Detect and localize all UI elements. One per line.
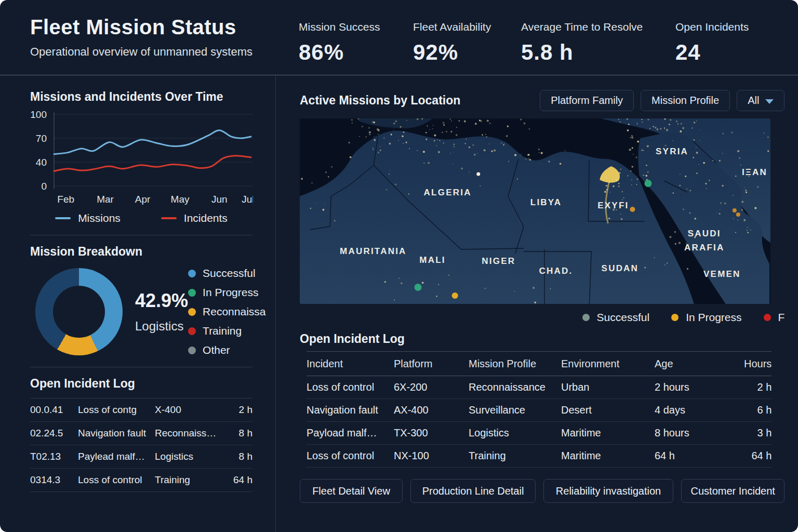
kpi-value: 86% [299,40,413,65]
cell-age: 8 hours [655,427,744,439]
column-header: Mission Profile [469,358,561,370]
legend-label: Training [203,325,242,337]
night-satellite-map: ALGERIAMAURITANIAMALINIGERLIBYACHAD.SUDA… [300,118,770,304]
kpi-mission-success: Mission Success 86% [299,21,413,65]
breakdown-legend: Successful In Progress Reconnaissa Train… [188,267,265,356]
mission-marker[interactable] [644,180,651,187]
column-header: Environment [561,358,655,370]
legend-dot [188,308,196,316]
platform-family-filter-button[interactable]: Platform Family [540,90,634,111]
legend-dot [582,314,590,321]
cell-hours: 2 h [744,381,772,393]
map-country-label: MALI [419,255,445,265]
mission-marker[interactable] [733,208,737,212]
table-row: Navigation fault AX-400 Surveillance Des… [307,399,772,422]
incident-profile: Reconnaiss… [155,428,222,439]
incident-hours: 2 h [222,404,252,416]
map-country-label: ARAFIA [684,243,725,252]
missions-incidents-line-chart: 04070100FebMarAprMayJunJul [30,109,253,208]
cell-profile: Training [469,450,561,462]
incident-id: 0314.3 [30,474,78,486]
column-header: Platform [394,358,469,370]
cell-hours: 3 h [744,427,772,439]
incident-profile: Training [155,474,222,486]
kpi-label: Fleet Availability [413,21,521,33]
svg-text:Feb: Feb [57,194,74,205]
incident-desc: Loss of contg [78,404,155,416]
fleet-detail-view-button[interactable]: Fleet Detail View [300,479,403,503]
customer-incident-button[interactable]: Customer Incident [681,479,784,503]
legend-dot [188,289,196,297]
mission-breakdown-title: Mission Breakdown [30,245,252,259]
table-row: T02.13 Paylead malf… Logistics 8 h [30,445,252,469]
mission-marker[interactable] [630,207,635,212]
incident-desc: Loss of control [78,474,155,486]
map-country-label: MAURITANIA [340,246,407,256]
map-legend: Successful In Progress F [300,311,784,324]
svg-text:40: 40 [36,157,47,168]
mission-marker[interactable] [736,212,740,217]
mission-marker[interactable] [414,284,421,291]
reliability-investigation-button[interactable]: Reliability invastigation [543,479,673,503]
header: Fleet Mission Status Operational overvie… [0,0,798,75]
mission-breakdown-panel: 42.9% Logistics Successful In Progress R… [30,267,252,356]
map-legend-successful: Successful [582,311,650,324]
donut-label: Logistics [135,319,188,334]
kpi-label: Average Time to Resolve [521,21,675,33]
mission-marker[interactable] [452,292,458,299]
breakdown-legend-item: Reconnaissa [188,305,265,318]
section-divider [30,235,252,235]
incident-hours: 64 h [222,474,252,486]
map-legend-failed-clipped: F [764,311,785,324]
table-row: Payload malf… TX-300 Logistics Maritime … [307,422,772,445]
column-header: Age [655,358,744,370]
legend-dot [188,327,196,335]
legend-label: Reconnaissa [203,305,265,318]
legend-label: Incidents [184,212,228,224]
svg-text:Jul: Jul [242,194,253,205]
cell-age: 4 days [655,404,744,416]
mission-profile-filter-button[interactable]: Mission Profile [641,90,730,111]
kpi-strip: Mission Success 86% Fleet Availability 9… [299,21,777,65]
legend-label: F [778,311,785,324]
open-incident-log-table: Incident Platform Mission Profile Enviro… [300,351,784,468]
footer-actions: Fleet Detail View Production Line Detail… [300,479,784,503]
kpi-avg-time-to-resolve: Average Time to Resolve 5.8 h [521,21,675,65]
kpi-value: 5.8 h [521,40,675,65]
incident-desc: Paylead malf… [78,451,155,462]
incident-table-title: Open Incident Log [300,332,784,346]
map-country-label: EXYFI [597,201,629,210]
svg-text:Mar: Mar [97,194,114,205]
legend-dot [671,314,679,321]
map-panel-header: Active Missions by Location Platform Fam… [300,90,784,111]
mission-marker[interactable] [476,172,480,176]
map-country-label: SUDAN [602,263,639,273]
page-title: Fleet Mission Status [30,16,299,39]
missions-line-swatch [55,217,71,219]
breakdown-legend-item: Training [188,325,265,337]
cell-profile: Reconnaissance [469,381,561,393]
incident-profile: X-400 [155,404,222,416]
legend-label: Successful [597,311,650,324]
cell-incident: Loss of control [307,381,394,393]
production-line-detail-button[interactable]: Production Line Detail [410,479,536,503]
breakdown-legend-item: Successful [188,267,265,280]
left-incident-log-table: 00.0.41 Loss of contg X-400 2 h 02.24.5 … [30,398,252,492]
header-title-block: Fleet Mission Status Operational overvie… [30,14,299,59]
incident-desc: Navigation fault [78,428,155,439]
breakdown-legend-item: In Progress [188,286,265,299]
chevron-down-icon [765,99,774,104]
table-row: 00.0.41 Loss of contg X-400 2 h [30,398,252,422]
map-country-label: ALGERIA [424,188,472,197]
kpi-fleet-availability: Fleet Availability 92% [413,21,521,65]
table-row: 02.24.5 Navigation fault Reconnaiss… 8 h [30,422,252,445]
legend-label: Successful [203,267,256,280]
all-dropdown-button[interactable]: All [737,90,784,111]
legend-incidents: Incidents [161,212,228,224]
map-title: Active Missions by Location [300,94,533,108]
svg-text:May: May [171,194,190,205]
svg-text:0: 0 [41,181,47,192]
left-incident-log-title: Open Incident Log [30,377,252,391]
cell-platform: 6X-200 [394,381,469,393]
column-header: Incident [307,358,394,370]
